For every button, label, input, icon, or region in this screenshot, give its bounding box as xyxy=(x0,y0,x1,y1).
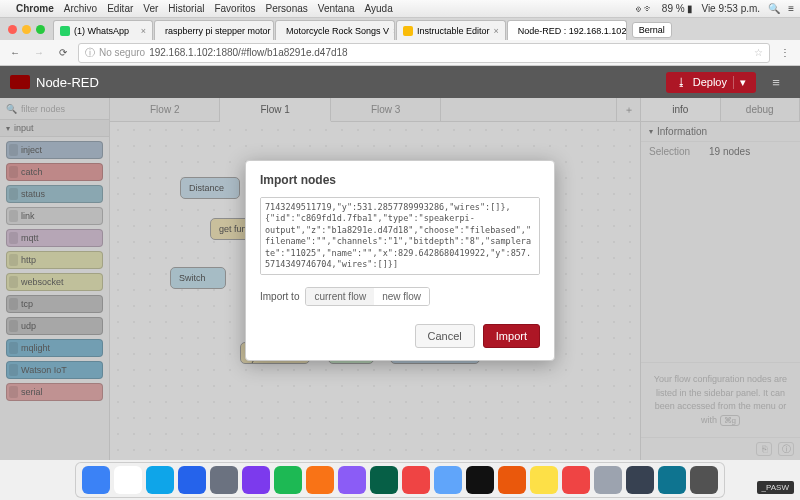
dock-app-icon[interactable] xyxy=(562,466,590,494)
dock-app-icon[interactable] xyxy=(498,466,526,494)
nodered-header: Node-RED ⭳ Deploy ▾ ≡ xyxy=(0,66,800,98)
mac-menu-favoritos[interactable]: Favoritos xyxy=(214,3,255,14)
dock-app-icon[interactable] xyxy=(82,466,110,494)
nodered-logo-icon xyxy=(10,75,30,89)
dock-app-icon[interactable] xyxy=(210,466,238,494)
back-button[interactable]: ← xyxy=(6,44,24,62)
browser-tab[interactable]: raspberry pi stepper motor p× xyxy=(154,20,274,40)
dock-app-icon[interactable] xyxy=(626,466,654,494)
close-tab-icon[interactable]: × xyxy=(494,26,499,36)
favicon xyxy=(60,26,70,36)
chrome-profile[interactable]: Bernal xyxy=(632,22,672,38)
url-text: 192.168.1.102:1880/#flow/b1a8291e.d47d18 xyxy=(149,47,348,58)
spotlight-icon[interactable]: 🔍 xyxy=(768,3,780,14)
dock-app-icon[interactable] xyxy=(370,466,398,494)
deploy-icon: ⭳ xyxy=(676,76,687,88)
mac-menu-ayuda[interactable]: Ayuda xyxy=(365,3,393,14)
chrome-menu-icon[interactable]: ⋮ xyxy=(776,44,794,62)
import-new-flow-option[interactable]: new flow xyxy=(374,288,429,305)
import-nodes-dialog: Import nodes Import to current flow new … xyxy=(245,160,555,361)
window-controls xyxy=(0,18,53,40)
hamburger-menu-icon[interactable]: ≡ xyxy=(762,75,790,90)
favicon xyxy=(403,26,413,36)
dock-app-icon[interactable] xyxy=(242,466,270,494)
security-icon: ⓘ xyxy=(85,46,95,60)
import-current-flow-option[interactable]: current flow xyxy=(306,288,374,305)
dock-app-icon[interactable] xyxy=(690,466,718,494)
import-button[interactable]: Import xyxy=(483,324,540,348)
omnibox[interactable]: ⓘ No seguro 192.168.1.102:1880/#flow/b1a… xyxy=(78,43,770,63)
mac-menu-historial[interactable]: Historial xyxy=(168,3,204,14)
tab-label: Node-RED : 192.168.1.102 xyxy=(518,26,627,36)
mac-menu-ventana[interactable]: Ventana xyxy=(318,3,355,14)
dock-app-icon[interactable] xyxy=(594,466,622,494)
mac-menu-ver[interactable]: Ver xyxy=(143,3,158,14)
deploy-caret-icon[interactable]: ▾ xyxy=(733,76,746,89)
mac-app-name[interactable]: Chrome xyxy=(16,3,54,14)
import-to-label: Import to xyxy=(260,291,299,302)
mac-menu-editar[interactable]: Editar xyxy=(107,3,133,14)
deploy-button[interactable]: ⭳ Deploy ▾ xyxy=(666,72,756,93)
forward-button[interactable]: → xyxy=(30,44,48,62)
dock-app-icon[interactable] xyxy=(274,466,302,494)
dock-app-icon[interactable] xyxy=(530,466,558,494)
import-target-segment: current flow new flow xyxy=(305,287,430,306)
dock-app-icon[interactable] xyxy=(466,466,494,494)
tab-label: Instructable Editor xyxy=(417,26,490,36)
close-window-icon[interactable] xyxy=(8,25,17,34)
reload-button[interactable]: ⟳ xyxy=(54,44,72,62)
tab-label: (1) WhatsApp xyxy=(74,26,129,36)
mac-menubar: Chrome Archivo Editar Ver Historial Favo… xyxy=(0,0,800,18)
dock-app-icon[interactable] xyxy=(306,466,334,494)
minimize-window-icon[interactable] xyxy=(22,25,31,34)
browser-tab[interactable]: Instructable Editor× xyxy=(396,20,506,40)
clock[interactable]: Vie 9:53 p.m. xyxy=(701,3,760,14)
dock-app-icon[interactable] xyxy=(658,466,686,494)
browser-tab[interactable]: Node-RED : 192.168.1.102× xyxy=(507,20,627,40)
nodered-title: Node-RED xyxy=(36,75,99,90)
deploy-label: Deploy xyxy=(693,76,727,88)
chrome-tabstrip: (1) WhatsApp×raspberry pi stepper motor … xyxy=(0,18,800,40)
dock-app-icon[interactable] xyxy=(146,466,174,494)
dock-app-icon[interactable] xyxy=(434,466,462,494)
browser-tab[interactable]: (1) WhatsApp× xyxy=(53,20,153,40)
browser-tab[interactable]: Motorcycle Rock Songs V× xyxy=(275,20,395,40)
dock-app-icon[interactable] xyxy=(402,466,430,494)
wifi-icon[interactable]: ⊚ ᯤ xyxy=(636,3,654,14)
cancel-button[interactable]: Cancel xyxy=(415,324,475,348)
mac-menu-personas[interactable]: Personas xyxy=(266,3,308,14)
close-tab-icon[interactable]: × xyxy=(141,26,146,36)
maximize-window-icon[interactable] xyxy=(36,25,45,34)
dock-app-icon[interactable] xyxy=(178,466,206,494)
notifications-icon[interactable]: ≡ xyxy=(788,3,794,14)
mac-dock xyxy=(75,462,725,498)
bookmark-icon[interactable]: ☆ xyxy=(754,47,763,58)
tab-label: raspberry pi stepper motor p xyxy=(165,26,274,36)
close-tab-icon[interactable]: × xyxy=(393,26,395,36)
battery-status[interactable]: 89 % ▮ xyxy=(662,3,694,14)
dock-app-icon[interactable] xyxy=(114,466,142,494)
watermark: _PASW xyxy=(757,481,794,494)
import-json-textarea[interactable] xyxy=(260,197,540,275)
tab-label: Motorcycle Rock Songs V xyxy=(286,26,389,36)
chrome-toolbar: ← → ⟳ ⓘ No seguro 192.168.1.102:1880/#fl… xyxy=(0,40,800,66)
mac-menu-archivo[interactable]: Archivo xyxy=(64,3,97,14)
dock-app-icon[interactable] xyxy=(338,466,366,494)
nodered-logo: Node-RED xyxy=(10,75,99,90)
dialog-title: Import nodes xyxy=(260,173,540,187)
security-label: No seguro xyxy=(99,47,145,58)
